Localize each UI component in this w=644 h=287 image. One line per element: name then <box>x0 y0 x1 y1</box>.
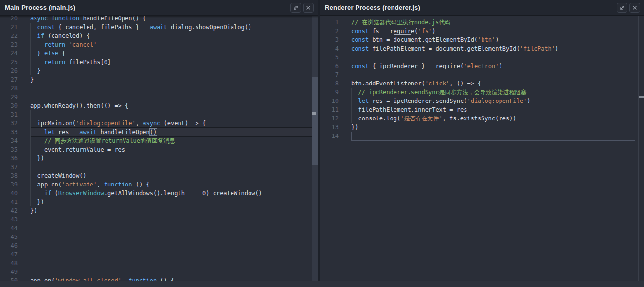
code-line[interactable]: 24 } else { <box>0 49 318 58</box>
code-line[interactable]: 25 return filePaths[0] <box>0 58 318 67</box>
code-line[interactable]: 37 <box>0 163 318 171</box>
scrollbar-thumb[interactable] <box>639 96 644 98</box>
code-line[interactable]: 46 <box>0 241 318 250</box>
line-number: 30 <box>0 101 30 110</box>
panel-title: Renderer Process (renderer.js) <box>325 4 420 11</box>
code-line[interactable]: 34 // 同步方法通过设置returnValue的值回复消息 <box>0 136 318 145</box>
line-number: 5 <box>320 53 351 62</box>
line-number: 8 <box>320 79 351 88</box>
line-number: 27 <box>0 75 30 84</box>
code-lines: 20async function handleFileOpen() {21 co… <box>0 16 318 281</box>
line-number: 35 <box>0 145 30 154</box>
vertical-scrollbar[interactable] <box>312 16 318 281</box>
line-number: 2 <box>320 27 351 35</box>
code-line[interactable]: 13}) <box>320 123 644 132</box>
vertical-scrollbar[interactable] <box>638 16 644 281</box>
code-line[interactable]: 31 <box>0 110 318 119</box>
line-number: 34 <box>0 136 30 145</box>
code-line[interactable]: 38 createWindow() <box>0 171 318 180</box>
code-line[interactable]: 41 }) <box>0 198 318 206</box>
line-number: 44 <box>0 224 30 233</box>
code-line[interactable]: 45 <box>0 233 318 241</box>
overview-region-marker <box>312 117 317 127</box>
code-line[interactable]: 23 return 'cancel' <box>0 40 318 49</box>
code-line[interactable]: 36 }) <box>0 154 318 163</box>
code-line[interactable]: 1// 在浏览器代码里执行node.js代码 <box>320 18 644 27</box>
code-line[interactable]: 2const fs = require('fs') <box>320 27 644 35</box>
line-number: 3 <box>320 35 351 44</box>
code-line[interactable]: 8btn.addEventListener('click', () => { <box>320 79 644 88</box>
line-number: 29 <box>0 93 30 101</box>
line-number: 22 <box>0 32 30 40</box>
code-line[interactable]: 33 let res = await handleFileOpen() <box>0 128 318 136</box>
line-number: 47 <box>0 250 30 259</box>
renderer-process-panel: Renderer Process (renderer.js) 1// 在浏览器代… <box>320 0 644 281</box>
line-number: 39 <box>0 180 30 189</box>
code-line[interactable]: 14 <box>320 132 644 140</box>
code-line[interactable]: 27} <box>0 75 318 84</box>
line-number: 38 <box>0 171 30 180</box>
line-number: 12 <box>320 114 351 123</box>
code-line[interactable]: 10 let res = ipcRenderer.sendSync('dialo… <box>320 97 644 105</box>
line-number: 4 <box>320 44 351 53</box>
code-line[interactable]: 48 <box>0 259 318 268</box>
line-number: 41 <box>0 198 30 206</box>
code-line[interactable]: 22 if (canceled) { <box>0 32 318 40</box>
line-number: 14 <box>320 132 351 140</box>
close-button[interactable] <box>629 3 640 13</box>
code-line[interactable]: 6const { ipcRenderer } = require('electr… <box>320 62 644 70</box>
line-number: 49 <box>0 268 30 276</box>
line-number: 11 <box>320 105 351 114</box>
code-line[interactable]: 35 event.returnValue = res <box>0 145 318 154</box>
line-number: 9 <box>320 88 351 97</box>
code-line[interactable]: 42}) <box>0 206 318 215</box>
code-editor-renderer[interactable]: 1// 在浏览器代码里执行node.js代码2const fs = requir… <box>320 16 644 281</box>
code-line[interactable]: 5 <box>320 53 644 62</box>
line-number: 23 <box>0 40 30 49</box>
line-number: 21 <box>0 23 30 32</box>
line-number: 32 <box>0 119 30 128</box>
renderer-process-header: Renderer Process (renderer.js) <box>320 0 644 16</box>
code-line[interactable]: 26 } <box>0 67 318 75</box>
code-line[interactable]: 29 <box>0 93 318 101</box>
line-number: 46 <box>0 241 30 250</box>
code-line[interactable]: 44 <box>0 224 318 233</box>
line-number: 1 <box>320 18 351 27</box>
line-number: 37 <box>0 163 30 171</box>
code-editor-main[interactable]: 20async function handleFileOpen() {21 co… <box>0 16 318 281</box>
code-line[interactable]: 11 filePathElement.innerText = res <box>320 105 644 114</box>
expand-button[interactable] <box>290 3 301 13</box>
line-number: 7 <box>320 70 351 79</box>
panel-title: Main Process (main.js) <box>5 4 75 11</box>
expand-icon <box>619 4 626 11</box>
code-line[interactable]: 47 <box>0 250 318 259</box>
code-line[interactable]: 9 // ipcRenderer.sendSync是同步方法，会导致渲染进程阻塞 <box>320 88 644 97</box>
code-line[interactable]: 30app.whenReady().then(() => { <box>0 101 318 110</box>
line-number: 20 <box>0 16 30 23</box>
code-lines: 1// 在浏览器代码里执行node.js代码2const fs = requir… <box>320 18 644 140</box>
code-line[interactable]: 12 console.log('是否存在文件', fs.existsSync(r… <box>320 114 644 123</box>
code-line[interactable]: 4const filePathElement = document.getEle… <box>320 44 644 53</box>
main-process-header: Main Process (main.js) <box>0 0 318 16</box>
window-bottom-strip <box>0 281 644 287</box>
code-line[interactable]: 40 if (BrowserWindow.getAllWindows().len… <box>0 189 318 198</box>
code-line[interactable]: 20async function handleFileOpen() { <box>0 16 318 23</box>
code-line[interactable]: 39 app.on('activate', function () { <box>0 180 318 189</box>
code-line[interactable]: 50app.on('window-all-closed', function (… <box>0 276 318 281</box>
code-line[interactable]: 32 ipcMain.on('dialog:openFile', async (… <box>0 119 318 128</box>
line-number: 31 <box>0 110 30 119</box>
code-line[interactable]: 49 <box>0 268 318 276</box>
line-number: 33 <box>0 128 30 136</box>
code-line[interactable]: 3const btn = document.getElementById('bt… <box>320 35 644 44</box>
expand-button[interactable] <box>617 3 627 13</box>
line-number: 26 <box>0 67 30 75</box>
close-icon <box>305 4 312 11</box>
close-button[interactable] <box>303 3 314 13</box>
line-number: 45 <box>0 233 30 241</box>
code-line[interactable]: 28 <box>0 84 318 93</box>
line-number: 10 <box>320 97 351 105</box>
line-number: 48 <box>0 259 30 268</box>
code-line[interactable]: 21 const { canceled, filePaths } = await… <box>0 23 318 32</box>
code-line[interactable]: 7 <box>320 70 644 79</box>
code-line[interactable]: 43 <box>0 215 318 224</box>
